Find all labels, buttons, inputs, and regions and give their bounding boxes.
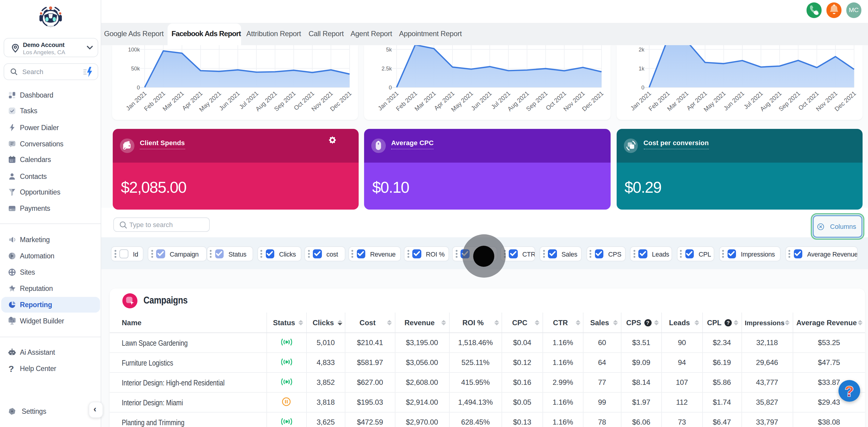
svg-text:2k: 2k	[638, 47, 644, 53]
svg-text:Jun 2021: Jun 2021	[218, 90, 241, 112]
svg-text:0: 0	[389, 85, 392, 91]
svg-text:0: 0	[137, 85, 140, 91]
svg-text:100k: 100k	[128, 47, 140, 53]
svg-text:Jun 2021: Jun 2021	[722, 90, 745, 112]
svg-text:50k: 50k	[131, 66, 140, 72]
svg-text:?: ?	[845, 383, 854, 399]
svg-text:Jun 2021: Jun 2021	[470, 90, 493, 112]
svg-text:5k: 5k	[386, 47, 392, 53]
svg-text:0: 0	[641, 85, 644, 91]
svg-text:1k: 1k	[638, 66, 644, 72]
svg-text:2.5k: 2.5k	[381, 66, 392, 72]
